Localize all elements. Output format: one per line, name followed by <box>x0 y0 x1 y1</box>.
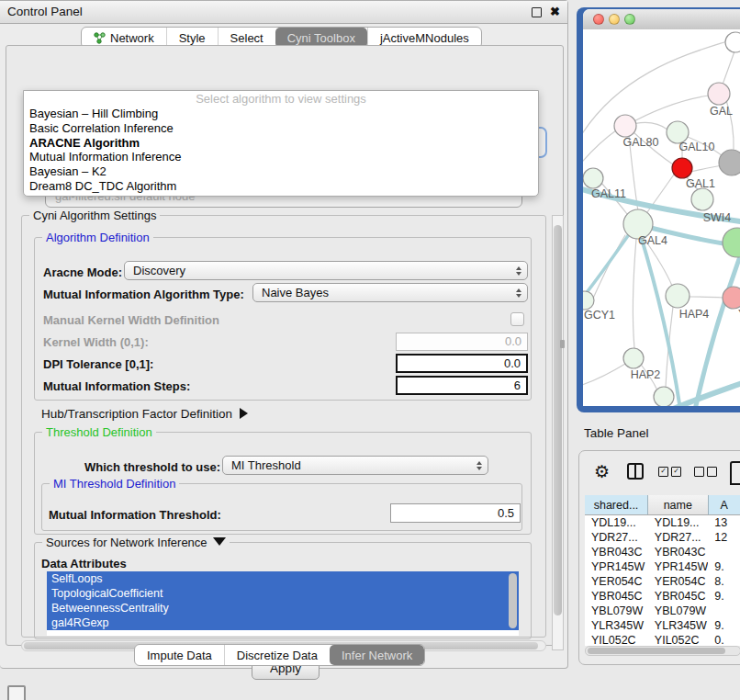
network-edge[interactable] <box>583 40 730 140</box>
settings-vertical-scrollbar-thumb[interactable] <box>554 225 562 615</box>
dpi-tolerance-field[interactable]: 0.0 <box>396 354 528 373</box>
table-cell: 8. <box>708 574 740 589</box>
algorithm-option[interactable]: Basic Correlation Inference <box>28 121 534 136</box>
algorithm-option[interactable]: Mutual Information Inference <box>28 150 534 164</box>
tab-label: jActiveMNodules <box>380 31 469 45</box>
algorithm-option[interactable]: Dream8 DC_TDC Algorithm <box>28 179 534 194</box>
attribute-list-item[interactable]: BetweennessCentrality <box>47 601 519 615</box>
network-node[interactable] <box>654 387 674 406</box>
table-column-header[interactable]: name <box>648 495 709 515</box>
network-edge-thick[interactable] <box>671 382 740 406</box>
table-row[interactable]: YDL19...YDL19...13 <box>585 515 740 530</box>
table-row[interactable]: YLR345WYLR345W9. <box>585 618 740 633</box>
algorithm-dropdown-popup: Select algorithm to view settings Bayesi… <box>23 90 539 197</box>
network-graph[interactable]: GALGAL80GAL10GAL1GAL11SWI4GAL4GCY1HAP4YH… <box>583 29 740 406</box>
table-column-header[interactable]: A <box>709 495 740 515</box>
network-node[interactable] <box>725 32 740 52</box>
table-cell: YDR27... <box>585 530 648 545</box>
table-row[interactable]: YBR045CYBR045C9. <box>585 589 740 604</box>
table-row[interactable]: YPR145WYPR145W9. <box>585 559 740 574</box>
collapse-right-icon <box>240 408 248 419</box>
algorithm-option[interactable]: ARACNE Algorithm <box>28 136 534 151</box>
network-edge[interactable] <box>690 165 722 172</box>
mac-close-icon[interactable] <box>593 14 604 25</box>
network-edge[interactable] <box>583 130 616 167</box>
attribute-list-scrollbar[interactable] <box>509 573 517 628</box>
network-node-label: HAP2 <box>631 368 661 381</box>
which-threshold-combo[interactable]: MI Threshold <box>222 456 488 475</box>
table-cell: 9. <box>708 618 740 633</box>
close-icon[interactable]: ✖ <box>550 4 560 20</box>
network-node-label: SWI4 <box>703 211 732 224</box>
float-window-icon[interactable] <box>532 7 542 17</box>
mac-zoom-icon[interactable] <box>624 14 635 25</box>
table-row[interactable]: YIL052CYIL052C0. <box>585 633 740 646</box>
table-row[interactable]: YDR27...YDR27...12 <box>585 530 740 545</box>
network-icon <box>94 32 106 44</box>
attribute-list-item[interactable]: gal4RGexp <box>47 615 519 630</box>
tab-label: Network <box>110 31 154 45</box>
unchecked-box-icon <box>707 467 717 477</box>
bottom-tabbar: Impute DataDiscretize DataInfer Network <box>134 644 425 666</box>
network-node-gal1[interactable] <box>672 158 692 178</box>
table-cell: 13 <box>708 515 740 530</box>
aracne-mode-combo[interactable]: Discovery <box>124 261 528 280</box>
table-horizontal-scrollbar[interactable] <box>585 646 740 656</box>
algorithm-option[interactable]: Bayesian – K2 <box>28 164 534 179</box>
network-node[interactable] <box>719 150 740 175</box>
table-row[interactable]: YER054CYER054C8. <box>585 574 740 589</box>
table-row[interactable]: YBL079WYBL079W <box>585 604 740 618</box>
attribute-list-item[interactable]: TopologicalCoefficient <box>47 586 519 601</box>
deselect-all-icon[interactable] <box>694 467 717 477</box>
bottom-tab-discretize-data[interactable]: Discretize Data <box>224 645 330 665</box>
select-all-icon[interactable]: ✓ ✓ <box>658 467 681 477</box>
table-cell: YER054C <box>648 574 708 589</box>
hub-definition-label: Hub/Transcription Factor Definition <box>41 407 232 421</box>
restore-panel-icon[interactable] <box>7 685 26 700</box>
panel-divider-grip[interactable] <box>560 340 565 348</box>
table-column-header[interactable]: shared... <box>585 495 648 515</box>
network-edge[interactable] <box>690 297 723 298</box>
combo-spinner-icon <box>516 284 521 301</box>
table-mode-icon[interactable] <box>730 461 740 485</box>
mi-steps-field[interactable]: 6 <box>396 376 528 395</box>
network-node-hap2[interactable] <box>623 348 644 368</box>
manual-kernel-checkbox[interactable] <box>510 312 524 326</box>
network-node-gal[interactable] <box>708 83 730 105</box>
manual-kernel-label: Manual Kernel Width Definition <box>43 313 219 327</box>
tab-label: Style <box>179 31 206 45</box>
network-edge[interactable] <box>633 239 636 348</box>
table-horizontal-scrollbar-thumb[interactable] <box>588 648 725 654</box>
network-node-gal11[interactable] <box>583 168 603 188</box>
mac-minimize-icon[interactable] <box>609 14 620 25</box>
hub-definition-toggle[interactable]: Hub/Transcription Factor Definition <box>41 407 248 421</box>
network-edge[interactable] <box>625 96 709 126</box>
network-node-gcy1[interactable] <box>583 291 594 310</box>
table-cell: YIL052C <box>585 633 648 646</box>
sources-title[interactable]: Sources for Network Inference <box>42 536 230 549</box>
network-canvas[interactable]: GALGAL80GAL10GAL1GAL11SWI4GAL4GCY1HAP4YH… <box>583 29 740 406</box>
mi-threshold-field[interactable]: 0.5 <box>390 503 521 523</box>
algorithm-option[interactable]: Bayesian – Hill Climbing <box>28 107 534 121</box>
network-edge[interactable] <box>583 364 625 386</box>
network-node[interactable] <box>723 228 740 257</box>
network-window-titlebar[interactable] <box>583 9 740 30</box>
network-node-swi4[interactable] <box>691 188 713 210</box>
algorithm-dropdown-list: Bayesian – Hill ClimbingBasic Correlatio… <box>28 107 534 194</box>
table-cell: YLR345W <box>648 618 708 633</box>
bottom-tab-impute-data[interactable]: Impute Data <box>135 645 224 665</box>
tab-label: Cyni Toolbox <box>287 31 355 45</box>
mi-type-combo[interactable]: Naive Bayes <box>252 283 528 302</box>
network-node-hap4[interactable] <box>666 284 690 308</box>
network-node-y[interactable] <box>723 287 740 309</box>
attribute-list-item[interactable]: SelfLoops <box>47 571 519 586</box>
settings-vertical-scrollbar[interactable] <box>552 215 564 650</box>
kernel-width-field[interactable]: 0.0 <box>396 333 528 351</box>
table-row[interactable]: YBR043CYBR043C <box>585 545 740 559</box>
split-pane-icon[interactable] <box>627 463 644 480</box>
network-node-gal80[interactable] <box>614 115 636 137</box>
gear-icon[interactable]: ⚙ <box>594 461 610 482</box>
bottom-tab-label: Infer Network <box>342 649 412 662</box>
bottom-tab-infer-network[interactable]: Infer Network <box>330 645 424 665</box>
network-edge[interactable] <box>723 51 734 85</box>
